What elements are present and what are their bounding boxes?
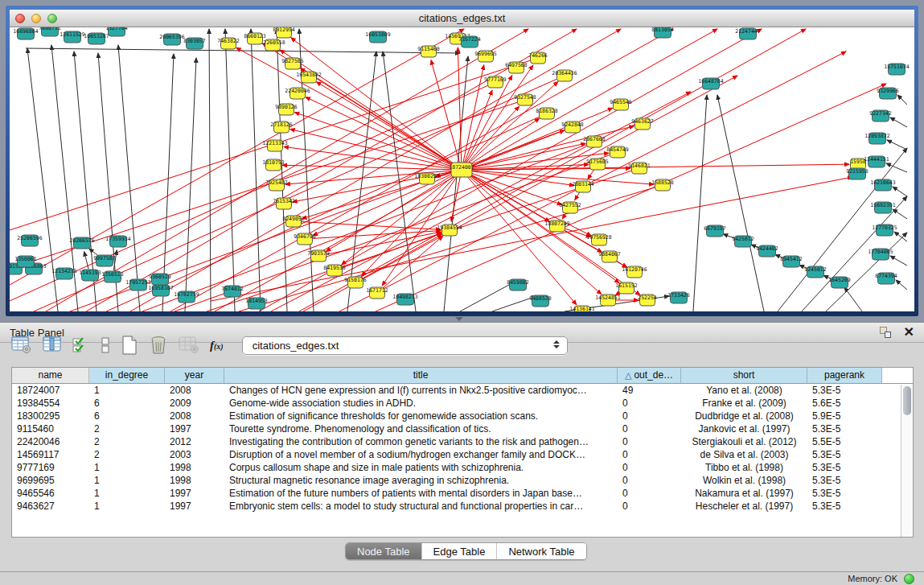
float-panel-icon[interactable] [880, 327, 891, 338]
table-cell[interactable]: 5.5E-5 [807, 435, 882, 448]
table-cell[interactable]: 9777169 [12, 461, 89, 474]
table-cell[interactable]: Corpus callosum shape and size in male p… [224, 461, 618, 474]
table-cell[interactable]: Hescheler et al. (1997) [681, 500, 807, 513]
table-cell[interactable]: 0 [618, 474, 681, 487]
table-row[interactable]: 969969511998Structural magnetic resonanc… [12, 474, 913, 487]
table-cell[interactable]: 2012 [165, 435, 224, 448]
table-cell[interactable]: 5.6E-5 [807, 397, 882, 410]
table-row[interactable]: 1938455462009Genome-wide association stu… [12, 397, 913, 410]
table-cell[interactable]: 1 [89, 487, 165, 500]
table-row[interactable]: 977716911998Corpus callosum shape and si… [12, 461, 913, 474]
column-header-name[interactable]: name [12, 368, 89, 383]
table-select-dropdown[interactable]: citations_edges.txt [242, 336, 568, 355]
table-cell[interactable]: 9699695 [12, 474, 89, 487]
table-cell[interactable]: 49 [618, 384, 681, 397]
table-cell[interactable]: Jankovic et al. (1997) [681, 422, 807, 435]
table-cell[interactable]: Estimation of significance thresholds fo… [224, 410, 618, 422]
column-header-in_degree[interactable]: in_degree [89, 368, 165, 383]
table-cell[interactable]: 2 [89, 422, 165, 435]
table-cell[interactable]: 9115460 [12, 422, 89, 435]
table-row[interactable]: 1872400712008Changes of HCN gene express… [12, 384, 913, 397]
table-cell[interactable]: 1998 [165, 474, 224, 487]
table-row[interactable]: 1830029562008Estimation of significance … [12, 410, 913, 422]
column-header-out_de[interactable]: △out_de… [618, 368, 681, 383]
table-cell[interactable]: 0 [618, 461, 681, 474]
table-cell[interactable]: Disruption of a novel member of a sodium… [224, 448, 618, 461]
column-header-short[interactable]: short [681, 368, 807, 383]
network-graph[interactable]: 1872400722260558982750516543882224200469… [10, 27, 914, 311]
tab-edge-table[interactable]: Edge Table [422, 543, 498, 559]
table-cell[interactable]: 1 [89, 474, 165, 487]
table-cell[interactable]: 18724007 [12, 384, 89, 397]
function-builder-button[interactable]: f(x) [210, 339, 224, 352]
table-cell[interactable]: Embryonic stem cells: a model to study s… [224, 500, 618, 513]
table-cell[interactable]: Structural magnetic resonance image aver… [224, 474, 618, 487]
row-height-button[interactable] [101, 336, 110, 354]
table-cell[interactable]: 2009 [165, 397, 224, 410]
table-scrollbar[interactable] [901, 385, 913, 537]
table-cell[interactable]: 1 [89, 384, 165, 397]
create-column-button[interactable] [121, 336, 138, 355]
table-cell[interactable]: 14569117 [12, 448, 89, 461]
split-pane-handle[interactable] [455, 317, 463, 321]
table-cell[interactable]: 22420046 [12, 435, 89, 448]
table-cell[interactable]: 0 [618, 410, 681, 422]
table-cell[interactable]: 0 [618, 448, 681, 461]
table-cell[interactable]: 0 [618, 500, 681, 513]
table-mode-button[interactable] [11, 336, 32, 354]
table-cell[interactable]: 5.3E-5 [807, 500, 882, 513]
table-cell[interactable]: 6 [89, 410, 165, 422]
select-columns-button[interactable] [72, 336, 90, 354]
table-cell[interactable]: 2 [89, 435, 165, 448]
table-row[interactable]: 946362711997Embryonic stem cells: a mode… [12, 500, 913, 513]
table-cell[interactable]: de Silva et al. (2003) [681, 448, 807, 461]
column-header-title[interactable]: title [224, 368, 618, 383]
tab-node-table[interactable]: Node Table [346, 543, 422, 559]
network-canvas[interactable]: 1872400722260558982750516543882224200469… [10, 27, 914, 311]
table-cell[interactable]: Nakamura et al. (1997) [681, 487, 807, 500]
table-cell[interactable]: 1997 [165, 487, 224, 500]
delete-table-button[interactable] [179, 336, 199, 354]
table-cell[interactable]: 19384554 [12, 397, 89, 410]
table-cell[interactable]: Dudbridge et al. (2008) [681, 410, 807, 422]
table-row[interactable]: 911546021997Tourette syndrome. Phenomeno… [12, 422, 913, 435]
table-cell[interactable]: 1 [89, 500, 165, 513]
table-cell[interactable]: Franke et al. (2009) [681, 397, 807, 410]
table-cell[interactable]: 5.3E-5 [807, 487, 882, 500]
table-cell[interactable]: Yano et al. (2008) [681, 384, 807, 397]
table-cell[interactable]: 1997 [165, 500, 224, 513]
column-header-year[interactable]: year [165, 368, 224, 383]
table-cell[interactable]: 5.3E-5 [807, 422, 882, 435]
table-cell[interactable]: 6 [89, 397, 165, 410]
scrollbar-thumb[interactable] [903, 386, 911, 415]
table-cell[interactable]: 1997 [165, 422, 224, 435]
delete-column-button[interactable] [149, 336, 168, 355]
table-cell[interactable]: 5.3E-5 [807, 461, 882, 474]
table-cell[interactable]: 0 [618, 397, 681, 410]
table-cell[interactable]: 18300295 [12, 410, 89, 422]
table-cell[interactable]: Stergiakouli et al. (2012) [681, 435, 807, 448]
tab-network-table[interactable]: Network Table [497, 543, 585, 559]
table-cell[interactable]: 0 [618, 435, 681, 448]
table-cell[interactable]: 9465546 [12, 487, 89, 500]
table-cell[interactable]: 5.3E-5 [807, 384, 882, 397]
table-cell[interactable]: Tibbo et al. (1998) [681, 461, 807, 474]
table-cell[interactable]: 5.3E-5 [807, 448, 882, 461]
table-cell[interactable]: Estimation of the future numbers of pati… [224, 487, 618, 500]
table-cell[interactable]: Genome-wide association studies in ADHD. [224, 397, 618, 410]
table-cell[interactable]: 0 [618, 422, 681, 435]
table-cell[interactable]: 2008 [165, 410, 224, 422]
table-row[interactable]: 946554611997Estimation of the future num… [12, 487, 913, 500]
table-cell[interactable]: 5.3E-5 [807, 474, 882, 487]
column-header-pagerank[interactable]: pagerank [807, 368, 882, 383]
close-panel-icon[interactable]: ✕ [904, 327, 914, 338]
table-cell[interactable]: 2008 [165, 384, 224, 397]
table-cell[interactable]: 9463627 [12, 500, 89, 513]
table-cell[interactable]: 5.9E-5 [807, 410, 882, 422]
table-cell[interactable]: 1998 [165, 461, 224, 474]
table-cell[interactable]: Tourette syndrome. Phenomenology and cla… [224, 422, 618, 435]
show-columns-button[interactable] [43, 336, 62, 354]
network-window-titlebar[interactable]: citations_edges.txt [10, 10, 914, 27]
table-cell[interactable]: 1 [89, 461, 165, 474]
table-cell[interactable]: 2003 [165, 448, 224, 461]
